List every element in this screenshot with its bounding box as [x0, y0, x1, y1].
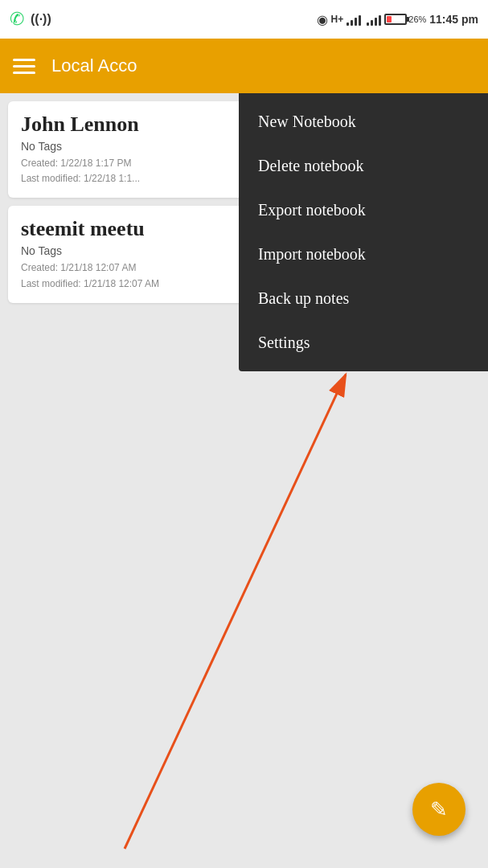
- menu-item-export-notebook[interactable]: Export notebook: [239, 188, 488, 232]
- menu-item-new-notebook[interactable]: New Notebook: [239, 100, 488, 144]
- svg-line-1: [125, 375, 346, 849]
- time-display: 11:45 pm: [429, 13, 478, 26]
- hamburger-line-2: [13, 65, 35, 68]
- signal-bars-2: [367, 13, 381, 26]
- signal-type: H+: [331, 14, 344, 25]
- battery-fill: [387, 16, 392, 23]
- content-area: John Lennon No Tags Created: 1/22/18 1:1…: [0, 93, 488, 868]
- location-icon: ◉: [317, 12, 328, 27]
- context-menu: New Notebook Delete notebook Export note…: [239, 93, 488, 371]
- battery-icon: [384, 14, 407, 25]
- pencil-icon: ✎: [430, 797, 448, 822]
- hamburger-line-1: [13, 59, 35, 61]
- battery-percent: 26%: [408, 14, 426, 24]
- menu-item-back-up-notes[interactable]: Back up notes: [239, 276, 488, 321]
- menu-item-import-notebook[interactable]: Import notebook: [239, 232, 488, 276]
- fab-edit-button[interactable]: ✎: [412, 783, 465, 836]
- menu-item-delete-notebook[interactable]: Delete notebook: [239, 144, 488, 188]
- whatsapp-icon: ✆: [10, 9, 24, 30]
- header-bar: Local Acco: [0, 39, 488, 93]
- header-title: Local Acco: [51, 55, 137, 76]
- menu-item-settings[interactable]: Settings: [239, 321, 488, 365]
- signal-bars: [347, 13, 361, 26]
- hamburger-line-3: [13, 72, 35, 74]
- status-left-icons: ✆ ((·)): [10, 9, 51, 30]
- status-right-icons: ◉ H+ 26% 11:45 pm: [317, 12, 478, 27]
- radio-icon: ((·)): [31, 12, 51, 27]
- status-bar: ✆ ((·)) ◉ H+ 26% 11:45 pm: [0, 0, 488, 39]
- hamburger-menu-button[interactable]: [13, 59, 35, 74]
- battery: 26%: [384, 14, 426, 25]
